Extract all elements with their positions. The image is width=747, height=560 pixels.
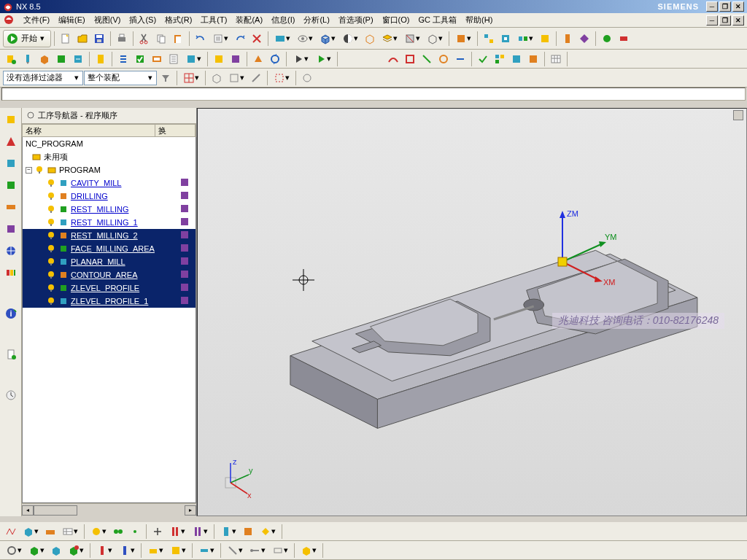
menu-tool[interactable]: 工具(T) bbox=[196, 13, 231, 27]
rail-roles-button[interactable] bbox=[2, 264, 20, 281]
tree-root[interactable]: NC_PROGRAM bbox=[23, 137, 196, 150]
nx-menu-icon[interactable] bbox=[3, 14, 15, 27]
menu-edit[interactable]: 编辑(E) bbox=[54, 13, 90, 27]
scope-combo[interactable]: 整个装配 ▾ bbox=[84, 71, 157, 85]
start-button[interactable]: 开始 ▾ bbox=[3, 30, 51, 47]
bt2-c-button[interactable] bbox=[48, 542, 64, 559]
cam-create-tool-button[interactable] bbox=[20, 51, 36, 67]
menu-view[interactable]: 视图(V) bbox=[90, 13, 125, 27]
doc-minimize-button[interactable]: ─ bbox=[706, 15, 718, 26]
cam-list-button[interactable] bbox=[166, 51, 182, 67]
tree-operation[interactable]: REST_MILLING bbox=[23, 203, 196, 216]
delete-button[interactable] bbox=[249, 31, 265, 47]
menu-analysis[interactable]: 分析(L) bbox=[299, 13, 333, 27]
rail-op-navigator-button[interactable] bbox=[2, 155, 20, 172]
face-button[interactable]: ▾ bbox=[452, 31, 474, 47]
wireframe-button[interactable] bbox=[362, 31, 378, 47]
assembly-3-button[interactable]: ▾ bbox=[514, 31, 536, 47]
doc-restore-button[interactable]: ❐ bbox=[719, 15, 731, 26]
bt1-i-button[interactable]: ▾ bbox=[189, 524, 211, 540]
tree-operation[interactable]: ZLEVEL_PROFILE_1 bbox=[23, 295, 196, 308]
tool-b-button[interactable] bbox=[576, 31, 592, 47]
cam-path2-button[interactable] bbox=[402, 51, 418, 67]
sel-region-button[interactable]: ▾ bbox=[271, 70, 293, 86]
bt2-e-button[interactable]: ▾ bbox=[93, 542, 115, 559]
tree-operation[interactable]: PLANAR_MILL bbox=[23, 255, 196, 268]
cam-check-button[interactable] bbox=[475, 51, 491, 67]
bt1-e-button[interactable]: ▾ bbox=[88, 524, 109, 540]
rail-reuse-button[interactable] bbox=[2, 198, 20, 216]
graphics-viewport[interactable]: ZM YM XM 兆迪科技 咨询电话：010-82176248 z y x bbox=[197, 108, 747, 516]
scroll-right-icon[interactable]: ▸ bbox=[185, 505, 196, 516]
scroll-thumb[interactable] bbox=[34, 505, 77, 516]
pin-icon[interactable] bbox=[26, 111, 35, 121]
menu-assembly[interactable]: 装配(A) bbox=[231, 13, 267, 27]
expander-icon[interactable]: − bbox=[26, 167, 32, 174]
scroll-left-icon[interactable]: ◂ bbox=[22, 505, 34, 516]
bt1-f-button[interactable] bbox=[110, 524, 126, 540]
save-button[interactable] bbox=[91, 31, 107, 47]
menu-insert[interactable]: 插入(S) bbox=[125, 13, 160, 27]
cam-create-program-button[interactable] bbox=[3, 51, 19, 67]
col-name[interactable]: 名称 bbox=[23, 125, 155, 136]
bt2-l-button[interactable]: ▾ bbox=[269, 542, 291, 559]
cam-play2-button[interactable]: ▾ bbox=[312, 51, 334, 67]
assembly-1-button[interactable] bbox=[481, 31, 497, 47]
cam-group3-button[interactable] bbox=[525, 51, 541, 67]
bt2-m-button[interactable]: ▾ bbox=[298, 542, 320, 559]
cube-view-button[interactable]: ▾ bbox=[317, 31, 338, 47]
section-button[interactable]: ▾ bbox=[401, 31, 423, 47]
shading-button[interactable]: ▾ bbox=[339, 31, 361, 47]
tree-operation[interactable]: REST_MILLING_1 bbox=[23, 216, 196, 229]
menu-format[interactable]: 格式(R) bbox=[160, 13, 196, 27]
cam-path5-button[interactable] bbox=[452, 51, 468, 67]
clip-button[interactable]: ▾ bbox=[424, 31, 446, 47]
undo-button[interactable] bbox=[193, 31, 209, 47]
select-mode-button[interactable]: ▾ bbox=[180, 70, 202, 86]
rail-template-button[interactable] bbox=[2, 346, 20, 363]
print-view-button[interactable]: ▾ bbox=[294, 31, 316, 47]
layer-button[interactable]: ▾ bbox=[379, 31, 400, 47]
cam-verify-button[interactable] bbox=[132, 51, 148, 67]
cam-simulate-button[interactable] bbox=[149, 51, 165, 67]
bt1-j-button[interactable]: ▾ bbox=[217, 524, 239, 540]
filter-combo[interactable]: 没有选择过滤器 ▾ bbox=[3, 71, 83, 85]
cam-play-button[interactable]: ▾ bbox=[290, 51, 311, 67]
tree-operation[interactable]: DRILLING bbox=[23, 190, 196, 203]
maximize-button[interactable]: ❐ bbox=[719, 1, 731, 12]
cam-shop-button[interactable] bbox=[211, 51, 227, 67]
tree-operation[interactable]: REST_MILLING_2 bbox=[23, 229, 196, 242]
cam-output-button[interactable] bbox=[228, 51, 244, 67]
cam-post-button[interactable]: ▾ bbox=[182, 51, 204, 67]
cam-create-operation-button[interactable] bbox=[70, 51, 86, 67]
bt2-g-button[interactable]: ▾ bbox=[144, 542, 166, 559]
undo-list-button[interactable]: ▾ bbox=[209, 31, 231, 47]
cam-generate-button[interactable] bbox=[115, 51, 131, 67]
component-button[interactable] bbox=[537, 31, 553, 47]
cam-group2-button[interactable] bbox=[508, 51, 525, 67]
open-button[interactable] bbox=[74, 31, 90, 47]
viewport-corner-button[interactable] bbox=[733, 110, 743, 120]
col-change[interactable]: 换 bbox=[155, 125, 196, 136]
tool-d-button[interactable] bbox=[616, 31, 632, 47]
bt2-d-button[interactable]: ▾ bbox=[65, 542, 87, 559]
tool-c-button[interactable] bbox=[599, 31, 615, 47]
print-button[interactable] bbox=[114, 31, 130, 47]
bt1-l-button[interactable]: ▾ bbox=[257, 524, 279, 540]
bt1-k-button[interactable] bbox=[240, 524, 256, 540]
tree-operation[interactable]: CAVITY_MILL bbox=[23, 176, 196, 190]
nav-hscroll[interactable]: ◂ ▸ bbox=[22, 503, 196, 516]
menu-preferences[interactable]: 首选项(P) bbox=[334, 13, 378, 27]
cam-group1-button[interactable] bbox=[492, 51, 508, 67]
rail-info-button[interactable]: i bbox=[2, 305, 20, 322]
cam-create-geometry-button[interactable] bbox=[36, 51, 53, 67]
cam-create-method-button[interactable] bbox=[53, 51, 69, 67]
rail-history-button[interactable] bbox=[2, 386, 20, 404]
menu-window[interactable]: 窗口(O) bbox=[378, 13, 414, 27]
rail-part-navigator-button[interactable] bbox=[2, 111, 20, 128]
operation-tree[interactable]: NC_PROGRAM 未用项 − PROGRAM CAVITY_MILLDRIL… bbox=[22, 137, 196, 503]
tree-operation[interactable]: FACE_MILLING_AREA bbox=[23, 242, 196, 255]
bt1-g-button[interactable] bbox=[127, 524, 143, 540]
rail-browser-button[interactable] bbox=[2, 242, 20, 260]
new-button[interactable] bbox=[58, 31, 74, 47]
